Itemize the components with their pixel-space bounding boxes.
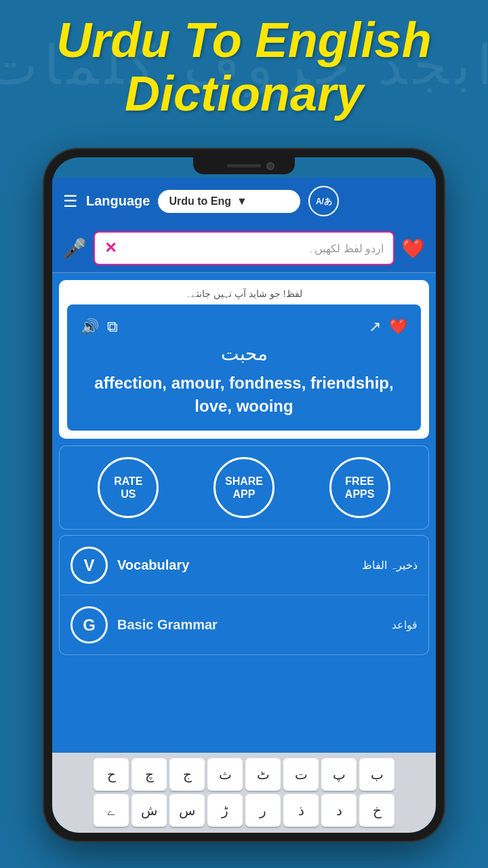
share-app-button[interactable]: SHAREAPP [214,457,274,518]
phone-frame: ☰ Language Urdu to Eng ▼ A/あ 🎤 ✕ اردو لف… [44,149,444,841]
key-rra[interactable]: ڑ [207,794,243,827]
dropdown-arrow-icon: ▼ [237,195,247,208]
favorites-icon[interactable]: ❤️ [401,237,425,260]
key-ha[interactable]: ح [94,758,129,791]
copy-icon[interactable]: ⧉ [107,318,118,336]
vocabulary-label-ur: ذخیرہ الفاظ [362,559,418,572]
keyboard-row-2: ے ش س ڑ ر ذ د خ [55,794,433,827]
key-seen[interactable]: س [169,794,205,827]
urdu-word: محبت [81,342,407,365]
grammar-item[interactable]: G Basic Grammar قواعد [60,595,428,654]
translation-card: 🔊 ⧉ ↗ ❤️ محبت affection, amour, fondness… [67,304,421,431]
result-area: لفظ! جو شاید آپ نہیں جانتے۔ 🔊 ⧉ ↗ ❤️ محب… [59,280,429,439]
key-jeem[interactable]: ج [169,758,205,791]
keyboard-row-1: ح چ ج ث ٹ ت پ ب [55,758,433,791]
grammar-label-ur: قواعد [392,618,418,631]
camera [266,162,274,170]
share-icon[interactable]: ↗ [369,318,381,336]
key-shin[interactable]: ش [131,794,167,827]
phone-inner: ☰ Language Urdu to Eng ▼ A/あ 🎤 ✕ اردو لف… [52,157,436,833]
speaker-icon[interactable]: 🔊 [81,318,99,336]
key-che[interactable]: چ [131,758,167,791]
translate-icon-label: A/あ [316,197,332,205]
english-meaning: affection, amour, fondness, friendship, … [81,372,407,417]
key-khe[interactable]: خ [359,794,394,827]
app-header: ☰ Language Urdu to Eng ▼ A/あ [52,178,436,224]
language-label: Language [86,193,150,209]
title-area: Urdu To English Dictionary [0,14,488,121]
title-line2: Dictionary [125,66,363,121]
key-zal[interactable]: ذ [283,794,319,827]
key-dal[interactable]: د [321,794,357,827]
translate-icon-button[interactable]: A/あ [308,186,339,216]
notch [193,157,295,174]
grammar-label-en: Basic Grammar [117,617,382,633]
vocabulary-label-en: Vocabulary [117,557,352,573]
free-apps-button[interactable]: FREEAPPS [329,457,390,518]
search-placeholder: اردو لفظ لکھیں۔ [308,242,384,255]
language-dropdown[interactable]: Urdu to Eng ▼ [158,190,300,213]
key-te[interactable]: ت [283,758,319,791]
grammar-letter: G [70,606,108,644]
vocabulary-letter: V [70,547,108,584]
title-line1: Urdu To English [56,13,431,67]
clear-icon[interactable]: ✕ [104,239,117,257]
card-actions-left: 🔊 ⧉ [81,318,118,336]
result-hint: لفظ! جو شاید آپ نہیں جانتے۔ [67,288,421,299]
hamburger-icon[interactable]: ☰ [63,192,78,211]
app-title: Urdu To English Dictionary [0,14,488,121]
key-re[interactable]: ر [245,794,281,827]
mic-icon[interactable]: 🎤 [63,237,87,260]
language-value: Urdu to Eng [169,195,231,208]
feature-list: V Vocabulary ذخیرہ الفاظ G Basic Grammar… [59,535,429,655]
heart-result-icon[interactable]: ❤️ [389,318,407,336]
key-se[interactable]: ث [207,758,243,791]
key-be[interactable]: ب [359,758,394,791]
key-tte[interactable]: ٹ [245,758,281,791]
search-input-container[interactable]: ✕ اردو لفظ لکھیں۔ [94,231,394,265]
speaker [227,164,261,167]
app-content: ☰ Language Urdu to Eng ▼ A/あ 🎤 ✕ اردو لف… [52,178,436,833]
vocabulary-item[interactable]: V Vocabulary ذخیرہ الفاظ [60,536,428,595]
key-ye[interactable]: ے [94,794,129,827]
rate-us-button[interactable]: RATEUS [98,457,159,518]
keyboard: ح چ ج ث ٹ ت پ ب ے ش س ڑ ر ذ د خ [52,753,436,833]
card-actions: 🔊 ⧉ ↗ ❤️ [81,318,407,336]
search-bar: 🎤 ✕ اردو لفظ لکھیں۔ ❤️ [52,224,436,273]
key-pe[interactable]: پ [321,758,357,791]
card-actions-right: ↗ ❤️ [369,318,407,336]
action-buttons-row: RATEUS SHAREAPP FREEAPPS [59,446,429,530]
